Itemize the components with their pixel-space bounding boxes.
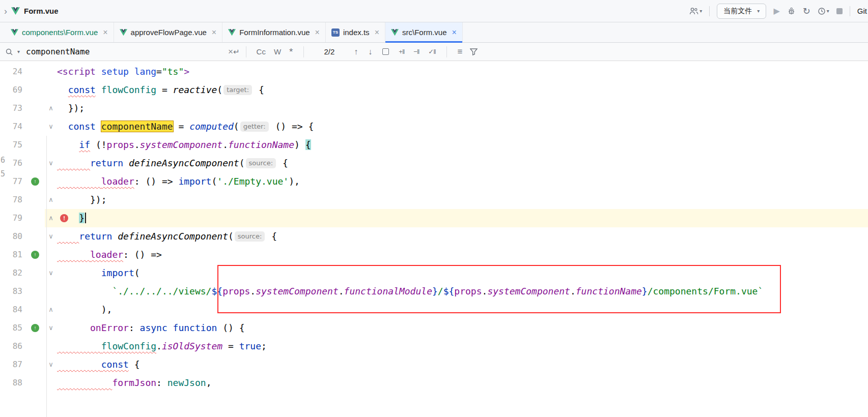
run-button[interactable]: ▶ (773, 6, 779, 16)
line-number[interactable]: 73 (0, 99, 25, 117)
implements-member-icon[interactable]: ↑ (31, 324, 39, 332)
code-text[interactable]: return defineAsyncComponent(source: { (57, 154, 868, 172)
code-text[interactable]: import( (57, 264, 868, 282)
code-line[interactable]: 82∨ import( (0, 264, 868, 282)
code-line[interactable]: 83 `./../../../views/${props.systemCompo… (0, 282, 868, 301)
code-line[interactable]: 86 flowConfig.isOldSystem = true; (0, 337, 868, 355)
code-line[interactable]: 76∨ return defineAsyncComponent(source: … (0, 154, 868, 172)
line-number[interactable]: 74 (0, 117, 25, 136)
close-icon[interactable]: × (375, 28, 379, 37)
remove-occurrence-icon[interactable]: −‖ (413, 48, 419, 55)
code-text[interactable]: const componentName = computed(getter: (… (57, 117, 868, 136)
code-text[interactable]: formJson: newJson, (57, 374, 868, 392)
code-text[interactable]: loader: () => (57, 246, 868, 264)
code-text[interactable]: `./../../../views/${props.systemComponen… (57, 282, 868, 301)
code-line[interactable]: 85↑∨ onError: async function () { (0, 319, 868, 337)
git-widget[interactable]: Git (857, 7, 867, 15)
select-all-occurrences-icon[interactable]: ✓‖ (428, 48, 435, 55)
code-area[interactable]: 24<script setup lang="ts">69 const flowC… (0, 63, 868, 392)
line-number[interactable]: 81 (0, 246, 25, 264)
search-history-caret-icon[interactable]: ▾ (17, 49, 20, 54)
breadcrumb-chevron-icon[interactable]: › (4, 7, 7, 16)
code-text[interactable]: }); (57, 99, 868, 117)
tab-approveflowpage-vue[interactable]: approveFlowPage.vue × (114, 22, 223, 42)
code-line[interactable]: 69 const flowConfig = reactive(target: { (0, 81, 868, 99)
code-line[interactable]: 81↑ loader: () => (0, 246, 868, 264)
code-text[interactable]: }); (57, 191, 868, 209)
implements-member-icon[interactable]: ↑ (31, 177, 39, 186)
run-config-selector[interactable]: 当前文件 ▾ (717, 4, 766, 19)
match-count: 2/2 (324, 47, 335, 56)
line-number[interactable]: 85 (0, 319, 25, 337)
profiler-button[interactable]: ↻ (803, 6, 810, 17)
line-number[interactable]: 84 (0, 301, 25, 319)
line-number[interactable]: 80 (0, 227, 25, 246)
code-line[interactable]: 87∨ const { (0, 355, 868, 374)
tab-index-ts[interactable]: TS index.ts × (326, 22, 385, 42)
clear-search-icon[interactable]: × (228, 47, 233, 57)
add-occurrence-icon[interactable]: +‖ (399, 48, 404, 55)
error-marker-icon[interactable]: ! (60, 214, 68, 222)
run-history-button[interactable]: ▾ (818, 7, 829, 15)
previous-match-button[interactable]: ↑ (354, 47, 358, 56)
code-text[interactable]: const { (57, 355, 868, 374)
code-text[interactable]: const flowConfig = reactive(target: { (57, 81, 868, 99)
fold-marker-icon[interactable]: ∨ (45, 117, 57, 136)
search-input[interactable]: ▾ componentName × (5, 47, 233, 57)
find-toolbar: ▾ componentName × ↵ Cc W * 2/2 ↑ ↓ +‖ −‖… (0, 43, 868, 61)
match-case-toggle[interactable]: Cc (257, 47, 266, 56)
code-text[interactable]: ), (57, 301, 868, 319)
line-number[interactable]: 79 (0, 209, 25, 227)
tab-src-form-vue[interactable]: src\Form.vue × (385, 22, 463, 42)
line-number[interactable]: 83 (0, 282, 25, 301)
code-text[interactable]: } (57, 209, 868, 227)
line-number[interactable]: 86 (0, 337, 25, 355)
newline-icon[interactable]: ↵ (233, 47, 240, 56)
implements-member-icon[interactable]: ↑ (31, 251, 39, 259)
vue-file-icon (391, 29, 399, 36)
words-toggle[interactable]: W (274, 47, 281, 56)
line-number[interactable]: 75 (0, 136, 25, 154)
code-line[interactable]: 77↑ loader: () => import('./Empty.vue'), (0, 172, 868, 191)
line-number[interactable]: 82 (0, 264, 25, 282)
code-line[interactable]: 80∨ return defineAsyncComponent(source: … (0, 227, 868, 246)
code-text[interactable]: loader: () => import('./Empty.vue'), (57, 172, 868, 191)
line-number[interactable]: 88 (0, 374, 25, 392)
open-results-in-window-icon[interactable] (382, 48, 389, 55)
vue-file-icon (228, 29, 236, 36)
close-icon[interactable]: × (103, 28, 107, 37)
regex-toggle[interactable]: * (289, 46, 293, 57)
code-text[interactable]: return defineAsyncComponent(source: { (57, 227, 868, 246)
code-line[interactable]: 79∧ }! (0, 209, 868, 227)
close-icon[interactable]: × (315, 28, 320, 37)
line-number[interactable]: 69 (0, 81, 25, 99)
code-line[interactable]: 78∧ }); (0, 191, 868, 209)
close-icon[interactable]: × (212, 28, 216, 37)
filter-button[interactable] (470, 48, 478, 55)
code-line[interactable]: 75 if (!props.systemComponent.functionNa… (0, 136, 868, 154)
line-number[interactable]: 87 (0, 355, 25, 374)
code-line[interactable]: 73∧ }); (0, 99, 868, 117)
tab-components-form-vue[interactable]: components\Form.vue × (5, 22, 114, 42)
tab-label: components\Form.vue (22, 28, 98, 37)
debug-button[interactable] (787, 7, 796, 15)
run-config-label: 当前文件 (723, 7, 752, 16)
search-options-icon[interactable]: ≡ (458, 47, 463, 57)
code-text[interactable]: onError: async function () { (57, 319, 868, 337)
code-line[interactable]: 74∨ const componentName = computed(gette… (0, 117, 868, 136)
code-with-me-button[interactable]: ▾ (689, 7, 702, 15)
fold-marker-icon[interactable]: ∧ (45, 99, 57, 117)
code-text[interactable]: <script setup lang="ts"> (57, 63, 868, 81)
tab-forminformation-vue[interactable]: FormInformation.vue × (222, 22, 326, 42)
stop-button[interactable] (836, 8, 843, 14)
code-line[interactable]: 88 formJson: newJson, (0, 374, 868, 392)
code-editor[interactable]: 24<script setup lang="ts">69 const flowC… (0, 61, 868, 417)
line-number[interactable]: 78 (0, 191, 25, 209)
code-line[interactable]: 24<script setup lang="ts"> (0, 63, 868, 81)
code-text[interactable]: flowConfig.isOldSystem = true; (57, 337, 868, 355)
next-match-button[interactable]: ↓ (368, 47, 372, 56)
close-icon[interactable]: × (452, 28, 456, 37)
line-number[interactable]: 24 (0, 63, 25, 81)
code-text[interactable]: if (!props.systemComponent.functionName)… (57, 136, 868, 154)
code-line[interactable]: 84∧ ), (0, 301, 868, 319)
